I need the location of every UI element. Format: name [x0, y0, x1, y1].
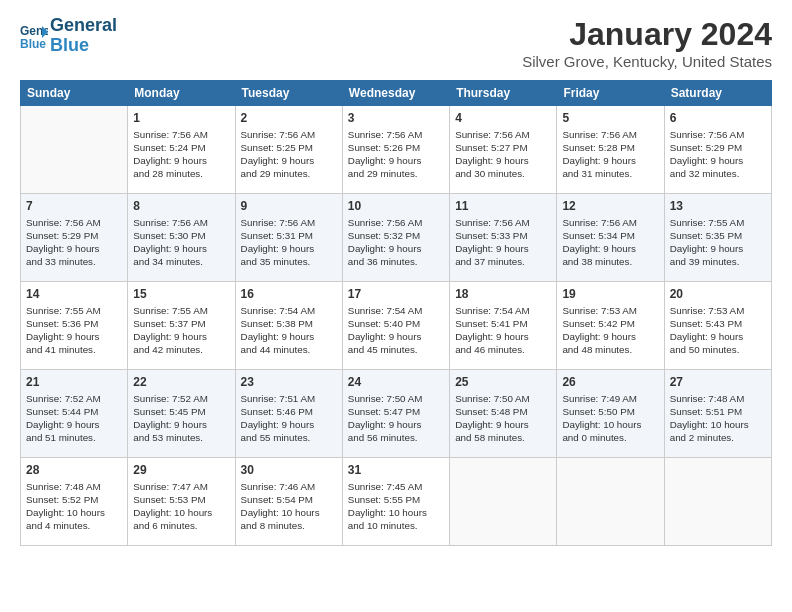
day-info: Sunrise: 7:54 AM Sunset: 5:40 PM Dayligh… — [348, 304, 444, 357]
day-cell: 15Sunrise: 7:55 AM Sunset: 5:37 PM Dayli… — [128, 282, 235, 370]
day-number: 15 — [133, 286, 229, 303]
day-info: Sunrise: 7:47 AM Sunset: 5:53 PM Dayligh… — [133, 480, 229, 533]
day-cell: 25Sunrise: 7:50 AM Sunset: 5:48 PM Dayli… — [450, 370, 557, 458]
day-cell: 23Sunrise: 7:51 AM Sunset: 5:46 PM Dayli… — [235, 370, 342, 458]
weekday-header-row: SundayMondayTuesdayWednesdayThursdayFrid… — [21, 81, 772, 106]
day-info: Sunrise: 7:54 AM Sunset: 5:41 PM Dayligh… — [455, 304, 551, 357]
day-cell: 28Sunrise: 7:48 AM Sunset: 5:52 PM Dayli… — [21, 458, 128, 546]
weekday-header-monday: Monday — [128, 81, 235, 106]
day-info: Sunrise: 7:56 AM Sunset: 5:31 PM Dayligh… — [241, 216, 337, 269]
day-number: 3 — [348, 110, 444, 127]
day-cell: 20Sunrise: 7:53 AM Sunset: 5:43 PM Dayli… — [664, 282, 771, 370]
day-cell — [664, 458, 771, 546]
day-info: Sunrise: 7:48 AM Sunset: 5:52 PM Dayligh… — [26, 480, 122, 533]
day-info: Sunrise: 7:56 AM Sunset: 5:25 PM Dayligh… — [241, 128, 337, 181]
page: General Blue General Blue January 2024 S… — [0, 0, 792, 612]
day-number: 7 — [26, 198, 122, 215]
day-cell: 7Sunrise: 7:56 AM Sunset: 5:29 PM Daylig… — [21, 194, 128, 282]
svg-text:Blue: Blue — [20, 37, 46, 50]
day-number: 20 — [670, 286, 766, 303]
day-number: 14 — [26, 286, 122, 303]
day-number: 27 — [670, 374, 766, 391]
day-cell: 18Sunrise: 7:54 AM Sunset: 5:41 PM Dayli… — [450, 282, 557, 370]
day-number: 1 — [133, 110, 229, 127]
header: General Blue General Blue January 2024 S… — [20, 16, 772, 70]
day-info: Sunrise: 7:56 AM Sunset: 5:32 PM Dayligh… — [348, 216, 444, 269]
day-info: Sunrise: 7:55 AM Sunset: 5:36 PM Dayligh… — [26, 304, 122, 357]
day-info: Sunrise: 7:56 AM Sunset: 5:29 PM Dayligh… — [670, 128, 766, 181]
day-info: Sunrise: 7:52 AM Sunset: 5:45 PM Dayligh… — [133, 392, 229, 445]
day-cell — [450, 458, 557, 546]
weekday-header-saturday: Saturday — [664, 81, 771, 106]
day-info: Sunrise: 7:48 AM Sunset: 5:51 PM Dayligh… — [670, 392, 766, 445]
day-info: Sunrise: 7:50 AM Sunset: 5:47 PM Dayligh… — [348, 392, 444, 445]
week-row-4: 21Sunrise: 7:52 AM Sunset: 5:44 PM Dayli… — [21, 370, 772, 458]
day-number: 30 — [241, 462, 337, 479]
day-cell: 4Sunrise: 7:56 AM Sunset: 5:27 PM Daylig… — [450, 106, 557, 194]
day-number: 6 — [670, 110, 766, 127]
day-cell: 2Sunrise: 7:56 AM Sunset: 5:25 PM Daylig… — [235, 106, 342, 194]
day-number: 8 — [133, 198, 229, 215]
weekday-header-friday: Friday — [557, 81, 664, 106]
day-cell: 6Sunrise: 7:56 AM Sunset: 5:29 PM Daylig… — [664, 106, 771, 194]
day-cell: 12Sunrise: 7:56 AM Sunset: 5:34 PM Dayli… — [557, 194, 664, 282]
day-cell: 16Sunrise: 7:54 AM Sunset: 5:38 PM Dayli… — [235, 282, 342, 370]
day-number: 21 — [26, 374, 122, 391]
day-cell — [557, 458, 664, 546]
weekday-header-wednesday: Wednesday — [342, 81, 449, 106]
day-cell: 19Sunrise: 7:53 AM Sunset: 5:42 PM Dayli… — [557, 282, 664, 370]
day-cell — [21, 106, 128, 194]
day-number: 18 — [455, 286, 551, 303]
day-cell: 24Sunrise: 7:50 AM Sunset: 5:47 PM Dayli… — [342, 370, 449, 458]
day-info: Sunrise: 7:46 AM Sunset: 5:54 PM Dayligh… — [241, 480, 337, 533]
day-info: Sunrise: 7:52 AM Sunset: 5:44 PM Dayligh… — [26, 392, 122, 445]
day-number: 4 — [455, 110, 551, 127]
day-info: Sunrise: 7:56 AM Sunset: 5:29 PM Dayligh… — [26, 216, 122, 269]
logo-icon: General Blue — [20, 22, 48, 50]
day-info: Sunrise: 7:49 AM Sunset: 5:50 PM Dayligh… — [562, 392, 658, 445]
day-info: Sunrise: 7:45 AM Sunset: 5:55 PM Dayligh… — [348, 480, 444, 533]
day-info: Sunrise: 7:56 AM Sunset: 5:26 PM Dayligh… — [348, 128, 444, 181]
day-number: 5 — [562, 110, 658, 127]
day-number: 12 — [562, 198, 658, 215]
day-cell: 3Sunrise: 7:56 AM Sunset: 5:26 PM Daylig… — [342, 106, 449, 194]
title-block: January 2024 Silver Grove, Kentucky, Uni… — [522, 16, 772, 70]
day-number: 16 — [241, 286, 337, 303]
day-cell: 27Sunrise: 7:48 AM Sunset: 5:51 PM Dayli… — [664, 370, 771, 458]
month-title: January 2024 — [522, 16, 772, 53]
day-number: 10 — [348, 198, 444, 215]
logo: General Blue General Blue — [20, 16, 117, 56]
day-info: Sunrise: 7:56 AM Sunset: 5:34 PM Dayligh… — [562, 216, 658, 269]
weekday-header-sunday: Sunday — [21, 81, 128, 106]
day-info: Sunrise: 7:55 AM Sunset: 5:35 PM Dayligh… — [670, 216, 766, 269]
day-info: Sunrise: 7:56 AM Sunset: 5:33 PM Dayligh… — [455, 216, 551, 269]
location-title: Silver Grove, Kentucky, United States — [522, 53, 772, 70]
weekday-header-thursday: Thursday — [450, 81, 557, 106]
day-info: Sunrise: 7:56 AM Sunset: 5:30 PM Dayligh… — [133, 216, 229, 269]
week-row-1: 1Sunrise: 7:56 AM Sunset: 5:24 PM Daylig… — [21, 106, 772, 194]
day-number: 23 — [241, 374, 337, 391]
day-info: Sunrise: 7:54 AM Sunset: 5:38 PM Dayligh… — [241, 304, 337, 357]
day-cell: 26Sunrise: 7:49 AM Sunset: 5:50 PM Dayli… — [557, 370, 664, 458]
day-number: 13 — [670, 198, 766, 215]
day-info: Sunrise: 7:53 AM Sunset: 5:43 PM Dayligh… — [670, 304, 766, 357]
day-number: 2 — [241, 110, 337, 127]
day-cell: 13Sunrise: 7:55 AM Sunset: 5:35 PM Dayli… — [664, 194, 771, 282]
day-cell: 22Sunrise: 7:52 AM Sunset: 5:45 PM Dayli… — [128, 370, 235, 458]
week-row-2: 7Sunrise: 7:56 AM Sunset: 5:29 PM Daylig… — [21, 194, 772, 282]
day-number: 28 — [26, 462, 122, 479]
day-number: 19 — [562, 286, 658, 303]
day-number: 25 — [455, 374, 551, 391]
day-cell: 31Sunrise: 7:45 AM Sunset: 5:55 PM Dayli… — [342, 458, 449, 546]
day-number: 11 — [455, 198, 551, 215]
day-number: 31 — [348, 462, 444, 479]
day-info: Sunrise: 7:51 AM Sunset: 5:46 PM Dayligh… — [241, 392, 337, 445]
weekday-header-tuesday: Tuesday — [235, 81, 342, 106]
day-info: Sunrise: 7:56 AM Sunset: 5:24 PM Dayligh… — [133, 128, 229, 181]
day-cell: 5Sunrise: 7:56 AM Sunset: 5:28 PM Daylig… — [557, 106, 664, 194]
calendar-table: SundayMondayTuesdayWednesdayThursdayFrid… — [20, 80, 772, 546]
day-number: 24 — [348, 374, 444, 391]
day-info: Sunrise: 7:53 AM Sunset: 5:42 PM Dayligh… — [562, 304, 658, 357]
day-info: Sunrise: 7:50 AM Sunset: 5:48 PM Dayligh… — [455, 392, 551, 445]
day-cell: 30Sunrise: 7:46 AM Sunset: 5:54 PM Dayli… — [235, 458, 342, 546]
